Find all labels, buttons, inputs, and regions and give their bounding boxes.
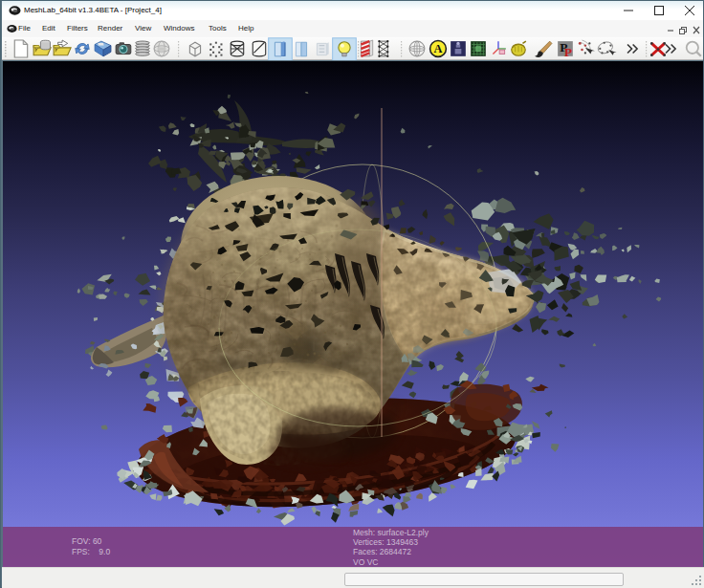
svg-text:A: A	[434, 42, 443, 55]
svg-text:P: P	[564, 45, 572, 59]
